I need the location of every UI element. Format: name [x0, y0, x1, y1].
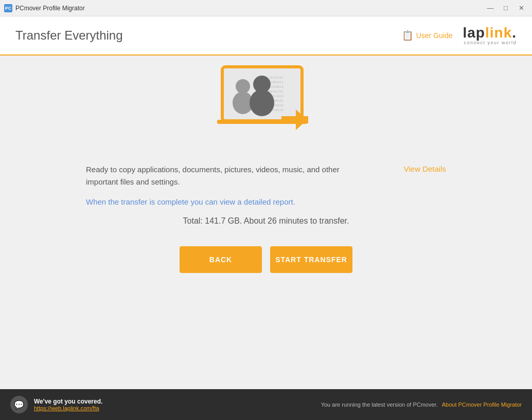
start-transfer-button[interactable]: START TRANSFER: [270, 246, 352, 273]
chat-symbol: 💬: [14, 400, 24, 410]
footer-right: You are running the latest version of PC…: [321, 401, 522, 408]
close-button[interactable]: ✕: [515, 3, 528, 13]
footer-text: We've got you covered. https://web.lapli…: [34, 398, 102, 411]
app-icon: PC: [4, 4, 12, 12]
back-button[interactable]: BACK: [180, 246, 262, 273]
svg-point-9: [236, 79, 250, 94]
header-right: 📋 User Guide laplink. connect your world: [402, 26, 517, 45]
total-text: Total: 141.7 GB. About 26 minutes to tra…: [183, 216, 349, 226]
view-details-link[interactable]: View Details: [404, 163, 446, 173]
app-header: Transfer Everything 📋 User Guide laplink…: [0, 16, 532, 54]
info-row: Ready to copy applications, documents, p…: [86, 163, 446, 188]
transfer-info: Ready to copy applications, documents, p…: [86, 163, 446, 206]
footer-version-text: You are running the latest version of PC…: [321, 401, 438, 408]
ready-text: Ready to copy applications, documents, p…: [86, 163, 353, 188]
svg-point-12: [250, 89, 274, 116]
footer-link[interactable]: https://web.laplink.com/fta: [34, 405, 102, 411]
titlebar-left: PC PCmover Profile Migrator: [4, 4, 85, 12]
maximize-button[interactable]: □: [499, 3, 512, 13]
user-guide-link[interactable]: 📋 User Guide: [402, 30, 453, 41]
chat-icon: 💬: [10, 396, 28, 413]
app-title: PCmover Profile Migrator: [15, 5, 85, 12]
titlebar: PC PCmover Profile Migrator — □ ✕: [0, 0, 532, 16]
button-row: BACK START TRANSFER: [180, 226, 352, 288]
transfer-illustration: 10110101 01001011 11010010 00101101 1001…: [215, 61, 317, 143]
transfer-svg: 10110101 01001011 11010010 00101101 1001…: [215, 61, 317, 143]
laplink-logo: laplink. connect your world: [463, 26, 517, 45]
svg-text:10110101: 10110101: [269, 76, 283, 79]
svg-rect-15: [281, 116, 308, 123]
complete-text: When the transfer is complete you can vi…: [86, 197, 446, 206]
svg-text:01001011: 01001011: [269, 80, 283, 84]
app-footer: 💬 We've got you covered. https://web.lap…: [0, 389, 532, 420]
user-guide-label: User Guide: [416, 31, 453, 40]
svg-text:00101101: 00101101: [269, 89, 283, 93]
footer-about-link[interactable]: About PCmover Profile Migrator: [442, 401, 522, 408]
titlebar-controls: — □ ✕: [484, 3, 528, 13]
svg-text:11010010: 11010010: [269, 85, 283, 88]
content-area: 10110101 01001011 11010010 00101101 1001…: [0, 56, 532, 389]
footer-tagline: We've got you covered.: [34, 398, 102, 405]
page-title: Transfer Everything: [15, 28, 123, 43]
footer-left: 💬 We've got you covered. https://web.lap…: [10, 396, 102, 413]
laplink-tagline: connect your world: [464, 40, 517, 45]
minimize-button[interactable]: —: [484, 3, 497, 13]
user-guide-icon: 📋: [402, 30, 413, 41]
laplink-name: laplink.: [463, 26, 517, 40]
